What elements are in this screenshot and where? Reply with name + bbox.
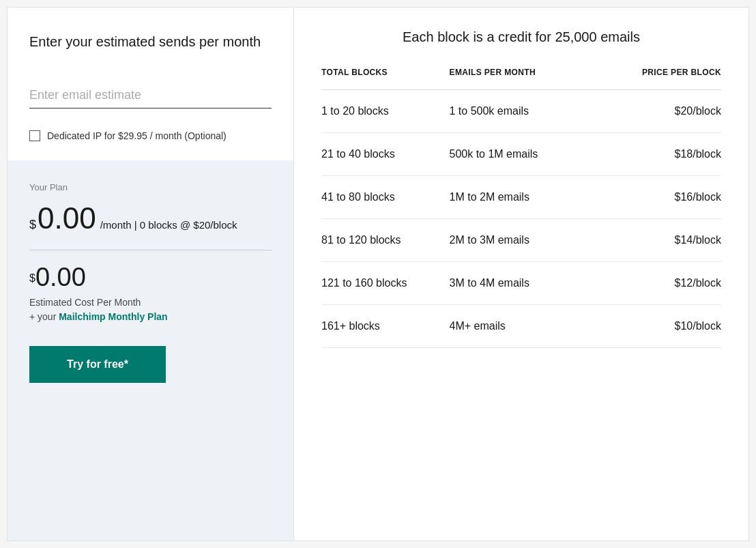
cell-price: $20/block bbox=[601, 89, 721, 132]
estimated-label-line1: Estimated Cost Per Month bbox=[29, 297, 141, 308]
cell-emails: 1M to 2M emails bbox=[450, 175, 602, 218]
estimated-cost-main: 0.00 bbox=[35, 263, 86, 291]
table-row: 81 to 120 blocks2M to 3M emails$14/block bbox=[321, 218, 721, 261]
table-row: 1 to 20 blocks1 to 500k emails$20/block bbox=[321, 89, 721, 132]
plan-price-main: 0.00 bbox=[38, 203, 96, 233]
dedicated-ip-row: Dedicated IP for $29.95 / month (Optiona… bbox=[29, 130, 272, 141]
cell-emails: 2M to 3M emails bbox=[450, 218, 602, 261]
col-header-price: PRICE PER BLOCK bbox=[601, 67, 721, 89]
cell-blocks: 1 to 20 blocks bbox=[321, 89, 450, 132]
dedicated-ip-checkbox[interactable] bbox=[29, 130, 40, 141]
your-plan-label: Your Plan bbox=[29, 182, 272, 192]
table-row: 161+ blocks4M+ emails$10/block bbox=[321, 304, 721, 347]
plan-price-detail: /month | 0 blocks @ $20/block bbox=[100, 219, 237, 231]
cell-price: $18/block bbox=[601, 132, 721, 175]
cell-price: $10/block bbox=[601, 304, 721, 347]
left-title: Enter your estimated sends per month bbox=[29, 32, 272, 51]
table-row: 41 to 80 blocks1M to 2M emails$16/block bbox=[321, 175, 721, 218]
right-header: Each block is a credit for 25,000 emails bbox=[321, 29, 721, 45]
mailchimp-link[interactable]: Mailchimp Monthly Plan bbox=[59, 311, 167, 322]
cell-price: $12/block bbox=[601, 261, 721, 304]
cell-blocks: 81 to 120 blocks bbox=[321, 218, 450, 261]
estimated-cost-sup: $ bbox=[29, 272, 35, 284]
col-header-emails: EMAILS PER MONTH bbox=[450, 67, 602, 89]
left-bottom-section: Your Plan $ 0.00 /month | 0 blocks @ $20… bbox=[8, 160, 293, 540]
dedicated-ip-label: Dedicated IP for $29.95 / month (Optiona… bbox=[47, 130, 227, 141]
table-row: 121 to 160 blocks3M to 4M emails$12/bloc… bbox=[321, 261, 721, 304]
cell-price: $14/block bbox=[601, 218, 721, 261]
cell-price: $16/block bbox=[601, 175, 721, 218]
cell-emails: 3M to 4M emails bbox=[450, 261, 602, 304]
pricing-table: TOTAL BLOCKS EMAILS PER MONTH PRICE PER … bbox=[321, 67, 721, 348]
table-header-row: TOTAL BLOCKS EMAILS PER MONTH PRICE PER … bbox=[321, 67, 721, 89]
right-panel: Each block is a credit for 25,000 emails… bbox=[294, 8, 748, 540]
email-estimate-input[interactable] bbox=[29, 84, 272, 109]
table-row: 21 to 40 blocks500k to 1M emails$18/bloc… bbox=[321, 132, 721, 175]
estimated-label: Estimated Cost Per Month + your Mailchim… bbox=[29, 295, 272, 324]
cell-blocks: 121 to 160 blocks bbox=[321, 261, 450, 304]
main-container: Enter your estimated sends per month Ded… bbox=[7, 7, 749, 541]
cell-blocks: 161+ blocks bbox=[321, 304, 450, 347]
left-panel: Enter your estimated sends per month Ded… bbox=[8, 8, 294, 540]
plan-price-sup: $ bbox=[29, 218, 36, 231]
plan-divider bbox=[29, 250, 272, 250]
estimated-cost-row: $0.00 bbox=[29, 264, 272, 290]
cell-blocks: 41 to 80 blocks bbox=[321, 175, 450, 218]
try-for-free-button[interactable]: Try for free* bbox=[29, 346, 166, 383]
cell-emails: 500k to 1M emails bbox=[450, 132, 602, 175]
col-header-blocks: TOTAL BLOCKS bbox=[321, 67, 450, 89]
cell-emails: 1 to 500k emails bbox=[450, 89, 602, 132]
plan-price-row: $ 0.00 /month | 0 blocks @ $20/block bbox=[29, 203, 272, 233]
cell-emails: 4M+ emails bbox=[450, 304, 602, 347]
cell-blocks: 21 to 40 blocks bbox=[321, 132, 450, 175]
left-top-section: Enter your estimated sends per month Ded… bbox=[8, 8, 293, 160]
estimated-label-line2: + your bbox=[29, 311, 59, 322]
